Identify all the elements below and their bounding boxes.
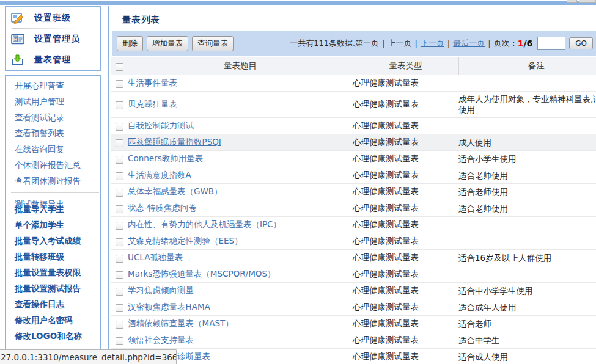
scale-type: 心理健康测试量表 bbox=[353, 167, 458, 184]
sidebar-item-scale-manage[interactable]: 量表管理 bbox=[6, 49, 100, 70]
sidebar-menu-item[interactable]: 批量导入学生 bbox=[15, 201, 100, 217]
pagination-separator: | bbox=[382, 39, 384, 48]
go-button[interactable]: GO bbox=[569, 37, 593, 49]
scale-remark: 适合小学生使用 bbox=[458, 151, 596, 167]
page-number-input[interactable] bbox=[537, 37, 565, 50]
scale-title-link[interactable]: 贝克躁狂量表 bbox=[128, 99, 177, 110]
last-page-link[interactable]: 最后一页 bbox=[453, 38, 485, 49]
sidebar-menu-item[interactable]: 查看团体测评报告 bbox=[15, 173, 100, 189]
sidebar-menu-item[interactable]: 开展心理普查 bbox=[15, 78, 100, 93]
scale-title-link[interactable]: Conners教师用量表 bbox=[128, 153, 203, 164]
page-title: 量表列表 bbox=[122, 14, 596, 26]
sidebar-menu: 开展心理普查测试用户管理查看测试记录查看预警列表在线咨询回复个体测评报告汇总查看… bbox=[5, 75, 101, 364]
sidebar-menu-item[interactable]: 批量导入考试成绩 bbox=[15, 233, 100, 249]
sidebar-menu-item[interactable]: 修改LOGO和名称 bbox=[15, 328, 100, 344]
scale-remark: 适合老师 bbox=[458, 316, 596, 332]
row-checkbox[interactable] bbox=[116, 172, 123, 180]
admin-card-icon bbox=[11, 33, 24, 45]
sidebar-menu-item[interactable]: 修改用户名密码 bbox=[15, 312, 100, 328]
row-checkbox[interactable] bbox=[116, 123, 123, 131]
row-checkbox[interactable] bbox=[116, 139, 123, 147]
row-checkbox[interactable] bbox=[116, 101, 123, 109]
row-checkbox[interactable] bbox=[116, 205, 123, 213]
scale-remark: 适合成年人使用 bbox=[458, 299, 596, 316]
row-checkbox[interactable] bbox=[116, 288, 123, 296]
scale-title-link[interactable]: UCLA孤独量表 bbox=[128, 252, 183, 263]
row-checkbox[interactable] bbox=[116, 238, 123, 246]
scale-title-link[interactable]: 自我控制能力测试 bbox=[128, 120, 194, 131]
scale-title-link[interactable]: 学习焦虑倾向测量 bbox=[128, 285, 194, 296]
query-scale-button[interactable]: 查询量表 bbox=[192, 36, 234, 51]
sidebar-menu-item[interactable]: 在线咨询回复 bbox=[15, 141, 100, 157]
scale-title-link[interactable]: 酒精依赖筛查量表（MAST） bbox=[128, 318, 234, 329]
sidebar-menu-item[interactable]: 测试数据导出 bbox=[15, 196, 100, 201]
scale-title-link[interactable]: 艾森克情绪稳定性测验（EES） bbox=[128, 236, 243, 247]
row-checkbox[interactable] bbox=[116, 189, 123, 197]
next-page-link[interactable]: 下一页 bbox=[421, 38, 444, 49]
scale-title-link[interactable]: 生活事件量表 bbox=[128, 78, 177, 89]
sidebar-primary-box: 设置班级 设置管理员 量表管理 bbox=[5, 6, 101, 71]
row-checkbox[interactable] bbox=[116, 337, 123, 345]
scale-type: 心理健康测试量表 bbox=[353, 299, 458, 316]
scale-type: 心理健康测试量表 bbox=[353, 217, 458, 233]
row-checkbox[interactable] bbox=[116, 156, 123, 164]
window-chrome-stub bbox=[567, 0, 577, 3]
scale-type: 心理健康测试量表 bbox=[353, 332, 458, 349]
table-row: Marks恐怖强迫量表（MSCPOR/MOS）心理健康测试量表 bbox=[111, 266, 596, 283]
delete-button[interactable]: 删除 bbox=[117, 36, 143, 51]
scale-title-link[interactable]: 内在性、有势力的他人及机遇量表（IPC） bbox=[128, 219, 281, 230]
sidebar-menu-item[interactable]: 批量设置量表权限 bbox=[15, 264, 100, 280]
scale-import-icon bbox=[11, 54, 24, 66]
scale-type: 心理健康测试量表 bbox=[353, 266, 458, 283]
row-checkbox[interactable] bbox=[116, 255, 123, 263]
scale-remark: 适合16岁及以上人群使用 bbox=[458, 250, 596, 266]
column-header-type: 量表类型 bbox=[353, 57, 458, 75]
sidebar-menu-item[interactable]: 测试用户管理 bbox=[15, 93, 100, 109]
status-bar-url: 27.0.0.1:3310/measure_detail.php?id=366 bbox=[0, 349, 177, 364]
scale-type: 心理健康测试量表 bbox=[353, 75, 458, 92]
table-row: 自我控制能力测试心理健康测试量表 bbox=[111, 118, 596, 134]
prev-page-link[interactable]: 上一页 bbox=[388, 38, 411, 49]
column-header-title: 量表题目 bbox=[128, 57, 353, 75]
scale-type: 心理健康测试量表 bbox=[353, 316, 458, 332]
table-row: 生活满意度指数A心理健康测试量表适合老师使用 bbox=[111, 167, 596, 184]
scale-remark bbox=[458, 75, 596, 92]
sidebar-item-label: 量表管理 bbox=[34, 54, 71, 65]
row-checkbox[interactable] bbox=[116, 321, 123, 329]
row-checkbox[interactable] bbox=[116, 222, 123, 230]
sidebar-menu-item[interactable]: 个体测评报告汇总 bbox=[15, 157, 100, 173]
pagination-separator: | bbox=[447, 39, 450, 48]
scale-title-link[interactable]: 总体幸福感量表（GWB） bbox=[128, 186, 223, 197]
select-all-checkbox[interactable] bbox=[116, 63, 123, 71]
sidebar-menu-item[interactable]: 批量转移班级 bbox=[15, 249, 100, 264]
scale-title-link[interactable]: 匹兹堡睡眠质量指数PSQI bbox=[128, 137, 221, 148]
sidebar-menu-item[interactable]: 查看预警列表 bbox=[15, 125, 100, 141]
row-checkbox[interactable] bbox=[116, 304, 123, 312]
scale-remark: 适合中学生 bbox=[458, 332, 596, 349]
scale-title-link[interactable]: 生活满意度指数A bbox=[128, 170, 191, 181]
table-row: 学习焦虑倾向测量心理健康测试量表适合中小学学生使用 bbox=[111, 283, 596, 299]
sidebar-menu-item[interactable]: 查看测试记录 bbox=[15, 109, 100, 125]
scale-type: 心理健康测试量表 bbox=[353, 118, 458, 134]
table-row: Conners教师用量表心理健康测试量表适合小学生使用 bbox=[111, 151, 596, 167]
scale-type: 心理健康测试量表 bbox=[353, 151, 458, 167]
menu-divider bbox=[11, 192, 99, 193]
scale-title-link[interactable]: Marks恐怖强迫量表（MSCPOR/MOS） bbox=[128, 269, 276, 280]
main-panel: 量表列表 删除 增加量表 查询量表 一共有111条数据,第一页 | 上一页 | … bbox=[108, 6, 596, 364]
table-row: 艾森克情绪稳定性测验（EES）心理健康测试量表 bbox=[111, 233, 596, 250]
scale-title-link[interactable]: 汉密顿焦虑量表HAMA bbox=[128, 302, 210, 313]
row-checkbox[interactable] bbox=[116, 271, 123, 279]
edit-pencil-icon bbox=[11, 12, 24, 24]
page-index-label: 页次： bbox=[494, 38, 518, 49]
scale-title-link[interactable]: 状态-特质焦虑问卷 bbox=[128, 203, 197, 214]
sidebar-item-set-class[interactable]: 设置班级 bbox=[6, 8, 100, 28]
row-checkbox[interactable] bbox=[116, 80, 123, 88]
scale-remark bbox=[458, 266, 596, 283]
sidebar-menu-item[interactable]: 批量设置测试报告 bbox=[15, 280, 100, 296]
sidebar-menu-item[interactable]: 查看操作日志 bbox=[15, 296, 100, 312]
add-scale-button[interactable]: 增加量表 bbox=[147, 36, 188, 51]
scale-remark: 适合老师使用 bbox=[458, 167, 596, 184]
scale-title-link[interactable]: 领悟社会支持量表 bbox=[128, 335, 194, 346]
sidebar-item-set-admin[interactable]: 设置管理员 bbox=[6, 29, 100, 49]
sidebar-menu-item[interactable]: 单个添加学生 bbox=[15, 217, 100, 233]
